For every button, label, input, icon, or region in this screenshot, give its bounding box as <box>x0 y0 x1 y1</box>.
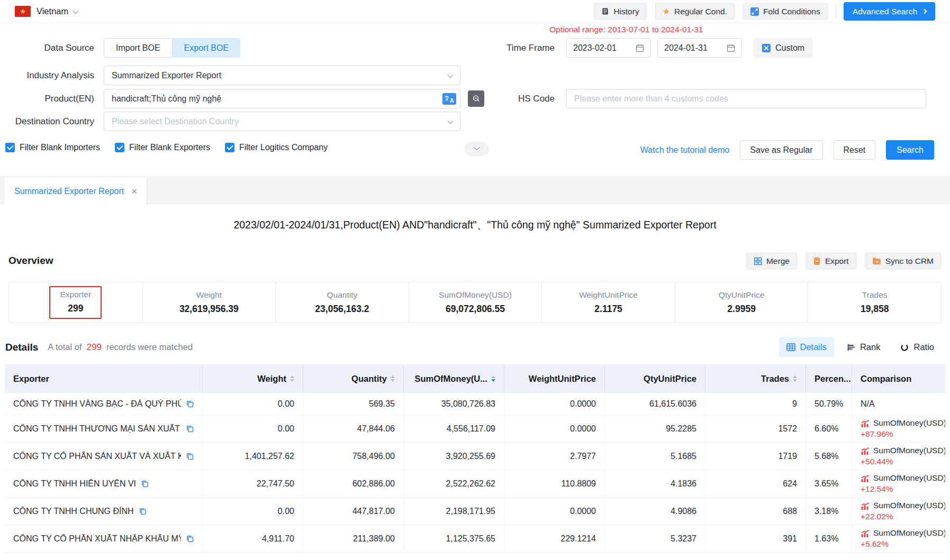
translate-icon[interactable]: A <box>442 93 456 107</box>
summary-count: 299 <box>87 342 102 353</box>
product-en-input[interactable] <box>104 89 460 108</box>
stat-value: 2.1175 <box>594 304 622 315</box>
percentage-cell: 5.68% <box>806 443 852 470</box>
table-row: CÔNG TY CỔ PHẦN XUẤT NHẬP KHẨU MỸ NGH...… <box>5 525 945 553</box>
col-header-sumofmoney-u[interactable]: SumOfMoney(U... <box>404 364 504 393</box>
col-header-label: WeightUnitPrice <box>529 374 596 384</box>
view-rank-button[interactable]: Rank <box>839 337 888 357</box>
filter-blank-exporters-checkbox[interactable]: Filter Blank Exporters <box>115 143 210 152</box>
table-icon <box>786 343 795 351</box>
close-icon[interactable]: × <box>131 186 137 196</box>
qup-cell: 95.2285 <box>605 415 705 442</box>
weight-cell: 0.00 <box>203 415 303 442</box>
trades-cell: 1719 <box>705 443 806 470</box>
stat-cell-exporter: Exporter299 <box>9 282 142 323</box>
exporter-name[interactable]: CÔNG TY TNHH VÀNG BẠC - ĐÁ QUÝ PHÚ QUÝ <box>13 399 181 409</box>
exporter-cell: CÔNG TY CỔ PHẦN SẢN XUẤT VÀ XUẤT KHẨU ..… <box>5 443 203 470</box>
filter-logitics-company-checkbox[interactable]: Filter Logitics Company <box>225 143 328 152</box>
fold-conditions-button[interactable]: Fold Conditions <box>743 3 828 20</box>
star-icon: ★ <box>663 7 670 16</box>
copy-icon[interactable] <box>186 425 194 433</box>
calendar-icon[interactable] <box>727 44 735 52</box>
checkbox-checked-icon[interactable] <box>115 143 124 152</box>
sum-cell: 4,556,117.09 <box>404 415 504 442</box>
chevron-down-icon[interactable] <box>73 7 79 13</box>
trades-cell: 1572 <box>705 415 806 442</box>
sync-crm-label: Sync to CRM <box>885 256 934 266</box>
sort-icon[interactable] <box>391 375 395 382</box>
checkbox-checked-icon[interactable] <box>5 143 15 152</box>
copy-icon[interactable] <box>139 507 147 515</box>
search-button[interactable]: Search <box>886 140 934 160</box>
qup-cell: 5.1685 <box>605 443 705 470</box>
destination-country-select[interactable]: Please select Destination Country <box>104 112 460 131</box>
export-boe-option[interactable]: Export BOE <box>173 38 240 58</box>
custom-range-button[interactable]: Custom <box>754 38 813 58</box>
collapse-form-button[interactable] <box>465 142 489 156</box>
chart-up-icon <box>861 474 870 482</box>
summary-suffix: records were matched <box>106 342 193 352</box>
advanced-search-button[interactable]: Advanced Search <box>844 2 935 21</box>
history-button[interactable]: History <box>593 3 647 20</box>
merge-button[interactable]: Merge <box>746 252 798 270</box>
view-ratio-button[interactable]: Ratio <box>893 337 942 357</box>
regular-cond-button[interactable]: ★ Regular Cond. <box>655 3 735 20</box>
exporter-cell: CÔNG TY TNHH CHUNG ĐỈNH <box>5 498 203 525</box>
save-as-regular-button[interactable]: Save as Regular <box>740 140 822 160</box>
calendar-icon[interactable] <box>636 44 644 52</box>
hs-code-input[interactable] <box>567 89 926 108</box>
view-details-button[interactable]: Details <box>779 337 834 357</box>
comparison-cell: SumOfMoney(USD)+5.62% <box>852 525 945 552</box>
exporter-name[interactable]: CÔNG TY CỔ PHẦN SẢN XUẤT VÀ XUẤT KHẨU ..… <box>13 452 181 461</box>
end-date-field[interactable]: 2024-01-31 <box>657 38 742 58</box>
quantity-cell: 758,496.00 <box>303 443 404 470</box>
export-button[interactable]: Export <box>805 252 857 270</box>
hs-code-label: HS Code <box>487 89 555 108</box>
sort-icon[interactable] <box>491 375 495 382</box>
exporter-name[interactable]: CÔNG TY CỔ PHẦN XUẤT NHẬP KHẨU MỸ NGH... <box>13 534 181 544</box>
exporter-name[interactable]: CÔNG TY TNHH THƯƠNG MẠI SẢN XUẤT EAG... <box>13 424 181 434</box>
wup-cell: 0.0000 <box>504 498 605 525</box>
exporter-name[interactable]: CÔNG TY TNHH CHUNG ĐỈNH <box>13 507 134 516</box>
view-switcher: Details Rank Ratio <box>779 337 942 357</box>
reset-button[interactable]: Reset <box>834 140 876 160</box>
tutorial-demo-link[interactable]: Watch the tutorial demo <box>640 145 729 155</box>
exclude-search-icon[interactable] <box>468 90 484 107</box>
comparison-metric: SumOfMoney(USD) <box>861 528 945 538</box>
copy-icon[interactable] <box>186 452 194 460</box>
col-header-trades[interactable]: Trades <box>705 364 806 393</box>
sort-icon[interactable] <box>290 375 294 382</box>
stat-box: Trades19,858 <box>854 289 895 316</box>
sync-to-crm-button[interactable]: Sync to CRM <box>864 252 942 270</box>
import-boe-option[interactable]: Import BOE <box>104 38 173 58</box>
chart-up-icon <box>861 447 870 455</box>
exporter-name[interactable]: CÔNG TY TNHH HIỀN UYÊN VI <box>13 479 136 489</box>
sort-icon[interactable] <box>793 375 797 382</box>
chart-up-icon <box>861 502 870 510</box>
percentage-cell: 50.79% <box>806 393 852 415</box>
start-date-field[interactable]: 2023-02-01 <box>566 38 651 58</box>
merge-label: Merge <box>766 256 790 266</box>
industry-analysis-select[interactable]: Summarized Exporter Report <box>104 66 460 85</box>
stat-box: WeightUnitPrice2.1175 <box>573 289 644 316</box>
details-heading: Details <box>5 342 38 353</box>
filter-blank-importers-checkbox[interactable]: Filter Blank Importers <box>5 143 100 152</box>
col-header-quantity[interactable]: Quantity <box>303 364 404 393</box>
weight-cell: 22,747.50 <box>203 470 303 497</box>
chevron-down-icon <box>447 71 453 77</box>
custom-icon <box>762 44 771 52</box>
quantity-cell: 602,886.00 <box>303 470 404 497</box>
copy-icon[interactable] <box>186 535 194 543</box>
col-header-weight[interactable]: Weight <box>203 364 303 393</box>
trades-cell: 624 <box>705 470 806 497</box>
country-selector-label[interactable]: Vietnam <box>37 6 68 16</box>
checkbox-checked-icon[interactable] <box>225 143 234 152</box>
trades-cell: 391 <box>705 525 806 552</box>
copy-icon[interactable] <box>186 400 194 408</box>
stat-value: 19,858 <box>861 304 889 315</box>
stat-cell-sumofmoney-usd: SumOfMoney(USD)69,072,806.55 <box>409 282 542 323</box>
stat-label: WeightUnitPrice <box>579 290 638 300</box>
table-header-row: ExporterWeightQuantitySumOfMoney(U...Wei… <box>5 364 945 393</box>
copy-icon[interactable] <box>141 480 149 488</box>
tab-summarized-exporter-report[interactable]: Summarized Exporter Report × <box>5 178 147 205</box>
